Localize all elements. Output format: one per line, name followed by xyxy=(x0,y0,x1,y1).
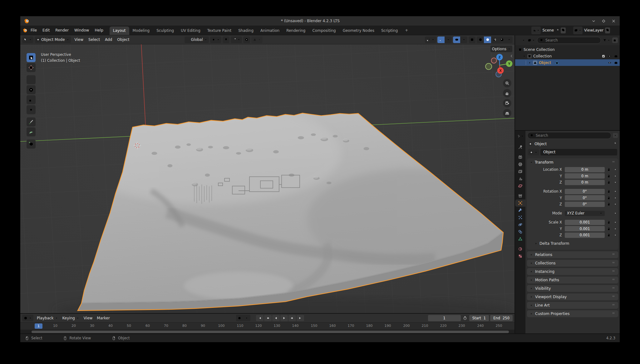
proportional-falloff-dropdown[interactable] xyxy=(251,37,263,43)
window-maximize-icon[interactable] xyxy=(601,19,606,23)
panel-header[interactable]: Instancing xyxy=(527,268,618,275)
play-button[interactable] xyxy=(280,315,288,321)
auto-keying-toggle[interactable] xyxy=(236,315,243,321)
viewport-menu-item[interactable]: Object xyxy=(115,37,132,42)
animate-dot-button[interactable] xyxy=(613,234,618,237)
panel-header[interactable]: Custom Properties xyxy=(527,310,618,317)
menu-item[interactable]: Help xyxy=(92,27,106,34)
transform-panel-header[interactable]: Transform xyxy=(527,158,618,166)
tab-collection[interactable] xyxy=(515,192,525,199)
viewlayer-name[interactable]: ViewLayer xyxy=(584,28,603,32)
properties-editor-type-button[interactable] xyxy=(515,132,525,140)
gizmo-neg-y[interactable] xyxy=(485,63,492,70)
tab-output[interactable] xyxy=(515,161,525,168)
animate-dot-button[interactable] xyxy=(613,190,618,193)
tool-transform[interactable] xyxy=(27,105,36,114)
jump-to-end-button[interactable] xyxy=(297,315,304,321)
chevron-right-icon[interactable] xyxy=(528,61,531,64)
value-field[interactable]: 0.001 xyxy=(565,226,605,231)
scene-name[interactable]: Scene xyxy=(542,28,554,32)
shading-material-button[interactable] xyxy=(491,37,498,43)
tab-particles[interactable] xyxy=(515,214,525,221)
drag-dots-icon[interactable] xyxy=(612,294,615,298)
camera-restrict-icon[interactable] xyxy=(614,61,618,65)
workspace-tab[interactable]: Shading xyxy=(235,27,257,35)
overlays-dropdown[interactable] xyxy=(460,37,467,43)
workspace-tab[interactable]: Texture Paint xyxy=(204,27,235,35)
tab-texture[interactable] xyxy=(515,253,525,260)
object-id-dropdown[interactable] xyxy=(528,149,539,155)
outliner-editor-type-button[interactable] xyxy=(517,38,526,43)
panel-header[interactable]: Viewport Display xyxy=(527,293,618,300)
shading-rendered-button[interactable] xyxy=(498,37,505,43)
value-field[interactable]: 0° xyxy=(565,202,605,207)
object-name-field[interactable]: Object xyxy=(540,149,617,155)
viewport-menu-item[interactable]: View xyxy=(72,37,86,42)
value-field[interactable]: 0° xyxy=(565,189,605,194)
delta-transform-panel-header[interactable]: Delta Transform xyxy=(527,240,618,247)
window-minimize-icon[interactable] xyxy=(591,19,596,23)
panel-header[interactable]: Collections xyxy=(527,260,618,267)
menu-item[interactable]: File xyxy=(28,27,40,34)
tool-select-box[interactable] xyxy=(27,53,36,62)
animate-dot-button[interactable] xyxy=(613,181,618,184)
play-reverse-button[interactable] xyxy=(272,315,280,321)
drag-dots-icon[interactable] xyxy=(612,311,615,315)
terrain-object[interactable] xyxy=(73,102,513,311)
new-collection-button[interactable] xyxy=(612,37,618,43)
drag-dots-icon[interactable] xyxy=(612,252,615,256)
timeline-menu-item[interactable]: Keying xyxy=(60,316,81,320)
workspace-tab[interactable]: Rendering xyxy=(283,27,309,35)
outliner-row-object[interactable]: Object xyxy=(515,59,620,66)
panel-header[interactable]: Visibility xyxy=(527,285,618,292)
value-field[interactable]: 0 m xyxy=(565,180,605,185)
tab-tool[interactable] xyxy=(515,144,525,151)
pin-icon[interactable] xyxy=(613,142,617,145)
animate-dot-button[interactable] xyxy=(613,212,618,215)
tab-world[interactable] xyxy=(515,182,525,189)
checkbox-icon[interactable] xyxy=(602,54,605,58)
pan-button[interactable] xyxy=(503,89,511,97)
chevron-down-icon[interactable] xyxy=(523,55,526,58)
tool-annotate[interactable] xyxy=(27,117,36,126)
navigation-gizmo[interactable]: Z Y X xyxy=(485,54,512,77)
lock-button[interactable] xyxy=(605,202,613,206)
show-gizmos-toggle[interactable] xyxy=(437,37,445,43)
pin-icon[interactable] xyxy=(555,28,559,32)
shading-dropdown[interactable] xyxy=(505,37,513,43)
editor-type-button[interactable] xyxy=(22,37,33,43)
rotation-mode-dropdown[interactable]: XYZ Euler xyxy=(565,211,605,216)
animate-dot-button[interactable] xyxy=(613,221,618,224)
ortho-toggle-button[interactable] xyxy=(503,109,511,117)
tool-add-cube[interactable] xyxy=(27,140,36,149)
viewport-menu-item[interactable]: Select xyxy=(86,37,102,42)
transform-orientation-dropdown[interactable]: Global xyxy=(185,37,209,43)
options-button[interactable]: Options xyxy=(490,46,512,52)
panel-header[interactable]: Line Art xyxy=(527,302,618,309)
use-preview-range-toggle[interactable] xyxy=(462,315,468,321)
panel-header[interactable]: Relations xyxy=(527,251,618,258)
tool-cursor[interactable] xyxy=(27,63,36,72)
outliner-filter-button[interactable] xyxy=(602,38,611,43)
proportional-editing-toggle[interactable] xyxy=(243,37,250,43)
tab-modifiers[interactable] xyxy=(515,207,525,214)
workspace-tab[interactable]: Layout xyxy=(110,27,129,35)
value-field[interactable]: 0° xyxy=(565,195,605,200)
frame-end-field[interactable]: End250 xyxy=(490,315,513,321)
tab-object[interactable] xyxy=(515,199,525,207)
viewport-canvas[interactable]: Z Y X User Perspective (1) Collection | … xyxy=(20,44,514,313)
gizmo-neg-x[interactable] xyxy=(491,58,497,63)
workspace-tab[interactable]: Modeling xyxy=(129,27,153,35)
lock-button[interactable] xyxy=(605,168,613,171)
drag-dots-icon[interactable] xyxy=(612,278,615,281)
menu-item[interactable]: Window xyxy=(71,27,92,34)
prev-keyframe-button[interactable] xyxy=(264,315,272,321)
tab-view-layer[interactable] xyxy=(515,168,525,175)
lock-button[interactable] xyxy=(605,233,613,237)
shading-wireframe-button[interactable] xyxy=(477,37,484,43)
drag-dots-icon[interactable] xyxy=(612,269,615,273)
breadcrumb-object[interactable]: Object xyxy=(534,142,547,146)
current-frame-marker[interactable]: 1 xyxy=(35,323,42,329)
show-overlays-toggle[interactable] xyxy=(453,37,460,43)
mode-dropdown[interactable]: Object Mode xyxy=(35,37,71,43)
